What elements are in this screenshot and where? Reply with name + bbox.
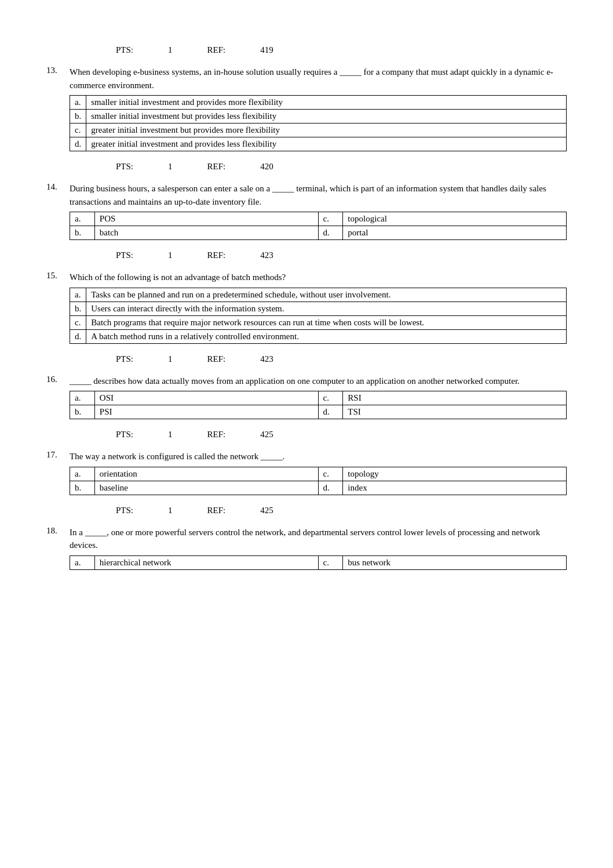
pts-line-pre13: PTS: 1 REF: 419 bbox=[116, 45, 567, 55]
pts-label: PTS: bbox=[116, 45, 133, 55]
pts-value: 1 bbox=[168, 250, 173, 260]
question-15-answers: a. Tasks can be planned and run on a pre… bbox=[70, 288, 567, 344]
question-16-row: 16. _____ describes how data actually mo… bbox=[46, 375, 567, 388]
question-17: 17. The way a network is configured is c… bbox=[46, 450, 567, 495]
question-16-text: _____ describes how data actually moves … bbox=[70, 375, 520, 388]
pts-line-post14: PTS: 1 REF: 423 bbox=[116, 250, 567, 260]
pts-value: 1 bbox=[168, 506, 173, 515]
table-row: b. baseline d. index bbox=[70, 481, 567, 495]
choice-text: POS bbox=[94, 212, 318, 226]
question-17-number: 17. bbox=[46, 450, 70, 460]
ref-label: REF: bbox=[207, 250, 226, 260]
question-16-number: 16. bbox=[46, 375, 70, 384]
ref-label: REF: bbox=[207, 45, 226, 55]
table-row: a. OSI c. RSI bbox=[70, 391, 567, 405]
choice-letter: a. bbox=[70, 467, 95, 481]
table-row: c. greater initial investment but provid… bbox=[70, 124, 567, 137]
choice-letter: d. bbox=[70, 137, 86, 151]
table-row: d. greater initial investment and provid… bbox=[70, 137, 567, 151]
choice-text: OSI bbox=[94, 391, 318, 405]
ref-label: REF: bbox=[207, 354, 226, 364]
question-13-number: 13. bbox=[46, 66, 70, 75]
ref-value: 423 bbox=[260, 250, 273, 260]
question-14-answers: a. POS c. topological b. batch d. portal bbox=[70, 212, 567, 240]
pts-label: PTS: bbox=[116, 250, 133, 260]
question-13-answers: a. smaller initial investment and provid… bbox=[70, 95, 567, 151]
pts-line-post13: PTS: 1 REF: 420 bbox=[116, 162, 567, 172]
question-18-number: 18. bbox=[46, 526, 70, 536]
choice-text: A batch method runs in a relatively cont… bbox=[86, 329, 567, 343]
choice-letter: b. bbox=[70, 481, 95, 495]
table-row: a. orientation c. topology bbox=[70, 467, 567, 481]
table-row: b. smaller initial investment but provid… bbox=[70, 110, 567, 124]
question-18: 18. In a _____, one or more powerful ser… bbox=[46, 526, 567, 570]
table-row: b. PSI d. TSI bbox=[70, 405, 567, 419]
table-row: d. A batch method runs in a relatively c… bbox=[70, 329, 567, 343]
choice-text: baseline bbox=[94, 481, 318, 495]
choice-letter: c. bbox=[70, 124, 86, 137]
choice-text: bus network bbox=[343, 555, 567, 569]
choice-text: smaller initial investment but provides … bbox=[86, 110, 567, 124]
ref-label: REF: bbox=[207, 162, 226, 172]
choice-text: PSI bbox=[94, 405, 318, 419]
choice-text: greater initial investment and provides … bbox=[86, 137, 567, 151]
question-16: 16. _____ describes how data actually mo… bbox=[46, 375, 567, 420]
choice-text: Tasks can be planned and run on a predet… bbox=[86, 288, 567, 302]
question-14: 14. During business hours, a salesperson… bbox=[46, 182, 567, 240]
question-17-text: The way a network is configured is calle… bbox=[70, 450, 284, 463]
table-row: b. batch d. portal bbox=[70, 226, 567, 240]
question-16-answers: a. OSI c. RSI b. PSI d. TSI bbox=[70, 391, 567, 419]
choice-letter: c. bbox=[70, 315, 86, 329]
question-15-text: Which of the following is not an advanta… bbox=[70, 271, 286, 284]
choice-letter: b. bbox=[70, 302, 86, 315]
choice-text: topology bbox=[343, 467, 567, 481]
table-row: b. Users can interact directly with the … bbox=[70, 302, 567, 315]
choice-text: smaller initial investment and provides … bbox=[86, 96, 567, 110]
question-15-row: 15. Which of the following is not an adv… bbox=[46, 271, 567, 284]
ref-value: 425 bbox=[260, 430, 273, 440]
ref-value: 419 bbox=[260, 45, 273, 55]
choice-letter: d. bbox=[318, 481, 343, 495]
choice-text: portal bbox=[343, 226, 567, 240]
pts-label: PTS: bbox=[116, 506, 133, 515]
choice-text: Users can interact directly with the inf… bbox=[86, 302, 567, 315]
question-13: 13. When developing e-business systems, … bbox=[46, 66, 567, 151]
ref-label: REF: bbox=[207, 506, 226, 515]
question-15-number: 15. bbox=[46, 271, 70, 281]
pts-line-post17: PTS: 1 REF: 425 bbox=[116, 506, 567, 515]
choice-letter: c. bbox=[318, 555, 343, 569]
pts-label: PTS: bbox=[116, 430, 133, 440]
table-row: c. Batch programs that require major net… bbox=[70, 315, 567, 329]
choice-letter: c. bbox=[318, 467, 343, 481]
ref-label: REF: bbox=[207, 430, 226, 440]
question-15: 15. Which of the following is not an adv… bbox=[46, 271, 567, 344]
pts-value: 1 bbox=[168, 430, 173, 440]
question-13-row: 13. When developing e-business systems, … bbox=[46, 66, 567, 92]
pts-label: PTS: bbox=[116, 354, 133, 364]
choice-letter: b. bbox=[70, 226, 95, 240]
choice-letter: c. bbox=[318, 212, 343, 226]
table-row: a. hierarchical network c. bus network bbox=[70, 555, 567, 569]
choice-text: TSI bbox=[343, 405, 567, 419]
choice-letter: b. bbox=[70, 405, 95, 419]
question-14-text: During business hours, a salesperson can… bbox=[70, 182, 567, 208]
question-18-row: 18. In a _____, one or more powerful ser… bbox=[46, 526, 567, 552]
choice-letter: d. bbox=[70, 329, 86, 343]
choice-letter: a. bbox=[70, 391, 95, 405]
pts-line-post16: PTS: 1 REF: 425 bbox=[116, 430, 567, 440]
choice-text: greater initial investment but provides … bbox=[86, 124, 567, 137]
question-14-number: 14. bbox=[46, 182, 70, 192]
choice-letter: a. bbox=[70, 96, 86, 110]
ref-value: 425 bbox=[260, 506, 273, 515]
choice-letter: b. bbox=[70, 110, 86, 124]
pts-value: 1 bbox=[168, 354, 173, 364]
choice-text: RSI bbox=[343, 391, 567, 405]
choice-letter: a. bbox=[70, 288, 86, 302]
pts-value: 1 bbox=[168, 45, 173, 55]
question-13-text: When developing e-business systems, an i… bbox=[70, 66, 567, 92]
pts-value: 1 bbox=[168, 162, 173, 172]
table-row: a. POS c. topological bbox=[70, 212, 567, 226]
choice-letter: a. bbox=[70, 212, 95, 226]
choice-letter: a. bbox=[70, 555, 95, 569]
choice-text: index bbox=[343, 481, 567, 495]
